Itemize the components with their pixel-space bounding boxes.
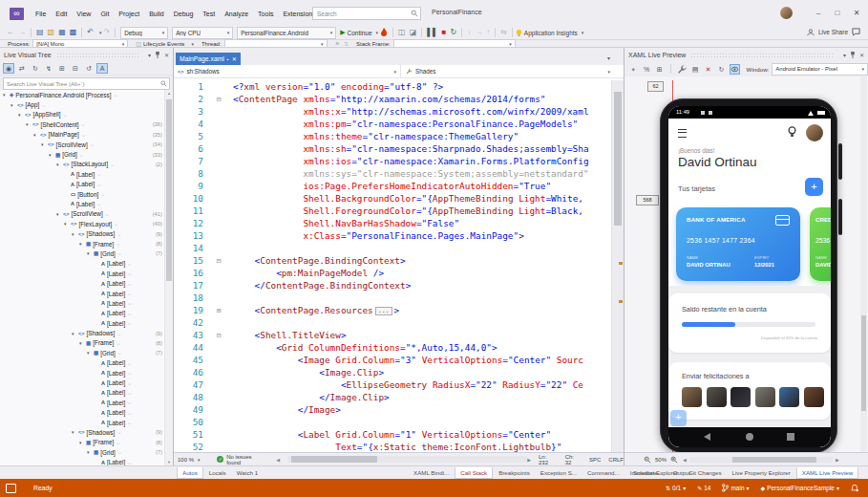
collapse-all-icon[interactable]: ⊟ xyxy=(70,63,81,74)
tree-row[interactable]: A[Label]⇔ xyxy=(0,309,165,318)
tree-row[interactable]: ▾▣[Frame]⇔(8) xyxy=(0,438,165,447)
canvas-scrollbar[interactable] xyxy=(860,76,867,453)
text-filter-icon[interactable]: A xyxy=(96,63,108,74)
scrollbar-thumb[interactable] xyxy=(166,99,172,281)
zoom-out-icon[interactable] xyxy=(644,456,651,464)
refresh-icon[interactable]: ↻ xyxy=(30,63,41,74)
code-line[interactable]: 9 ios:Page.PrefersHomeIndicatorAutoHidde… xyxy=(174,180,612,192)
tree-row[interactable]: A[Label]⇔ xyxy=(0,289,165,298)
tree-row[interactable]: A[Label]⇔ xyxy=(0,418,165,427)
solution-platform-dropdown[interactable]: Any CPU▾ xyxy=(172,27,233,39)
contact-avatar[interactable] xyxy=(707,387,727,407)
menu-debug[interactable]: Debug xyxy=(169,8,199,21)
tree-row[interactable]: ▾<>[FlexLayout]⇔(40) xyxy=(0,219,165,228)
code-line[interactable]: 44 <Grid ColumnDefinitions="*,Auto,15,44… xyxy=(174,341,612,354)
code-line[interactable]: 11 Shell.ForegroundColor="{AppThemeBindi… xyxy=(174,205,612,217)
tree-row[interactable]: ▾▣[Frame]⇔(8) xyxy=(0,338,165,348)
code-line[interactable]: 5 xmlns:theme="clr-namespace:ThemeGaller… xyxy=(174,130,612,142)
code-line[interactable]: 19⊞ <ContentPage.Resources...> xyxy=(174,304,612,316)
redo-icon[interactable]: ↷ xyxy=(103,27,110,38)
profile-avatar[interactable] xyxy=(806,124,823,141)
tab-exception-s[interactable]: Exception S... xyxy=(536,467,582,479)
drag-grip[interactable] xyxy=(690,53,835,57)
tree-row[interactable]: A[Label]⇔ xyxy=(0,318,165,328)
refresh-icon[interactable]: ↻ xyxy=(716,64,727,75)
tree-row[interactable]: A[Label]⇔ xyxy=(0,278,165,288)
tree-row[interactable]: A[Label]⇔ xyxy=(0,199,165,208)
code-line[interactable]: 1<?xml version="1.0" encoding="utf-8" ?> xyxy=(174,80,612,93)
window-position-caret-icon[interactable]: ▾ xyxy=(148,52,151,58)
tree-row[interactable]: A[Label]⇔ xyxy=(0,398,165,407)
code-line[interactable]: 51 <Label Grid.Column="1" VerticalOption… xyxy=(174,428,612,441)
code-line[interactable]: 14 xyxy=(174,242,612,254)
scroll-up-icon[interactable]: ▲ xyxy=(165,91,173,96)
code-line[interactable]: 43⊟ <Shell.TitleView> xyxy=(174,329,612,341)
code-area[interactable]: 1<?xml version="1.0" encoding="utf-8" ?>… xyxy=(174,80,612,453)
add-card-button[interactable]: + xyxy=(805,178,823,196)
editor-zoom-dropdown[interactable]: 100 % ▾ xyxy=(174,457,209,463)
account-avatar[interactable] xyxy=(780,7,793,19)
window-position-caret-icon[interactable]: ▾ xyxy=(843,52,846,58)
tab-breakpoints[interactable]: Breakpoints xyxy=(494,467,535,479)
close-panel-icon[interactable]: ✕ xyxy=(859,52,864,58)
expander-icon[interactable]: ▾ xyxy=(11,102,17,108)
repository-button[interactable]: ◆PersonalFinanceSample▾ xyxy=(761,485,839,491)
code-line[interactable]: 42 xyxy=(174,316,612,329)
menu-edit[interactable]: Edit xyxy=(51,8,72,21)
process-dropdown[interactable]: [N/A] Mono▾ xyxy=(32,39,128,48)
lightbulb-icon[interactable] xyxy=(788,126,796,138)
expander-icon[interactable]: ▾ xyxy=(33,132,40,138)
fold-marker-icon[interactable]: ⊟ xyxy=(203,96,233,103)
contact-avatar[interactable] xyxy=(682,387,702,407)
search-input[interactable]: Search xyxy=(312,7,421,20)
contact-avatar[interactable] xyxy=(755,387,775,407)
tree-row[interactable]: ▾<>[App]⇔ xyxy=(0,99,165,109)
tab-solution-explorer[interactable]: Solution Explorer xyxy=(628,467,683,479)
zoom-level[interactable]: 50% xyxy=(655,457,667,463)
tab-live-property-explorer[interactable]: Live Property Explorer xyxy=(728,467,795,479)
hscroll-left-icon[interactable]: ◀ xyxy=(683,457,687,463)
code-line[interactable]: 45 <Image Grid.Column="3" VerticalOption… xyxy=(174,354,612,366)
close-button[interactable]: ✕ xyxy=(849,6,864,20)
code-line[interactable]: 17 </ContentPage.BindingContext> xyxy=(174,279,612,292)
hscroll-left-icon[interactable]: ◀ xyxy=(276,457,280,463)
code-line[interactable]: 10 Shell.BackgroundColor="{AppThemeBindi… xyxy=(174,192,612,205)
live-share-button[interactable]: Live Share xyxy=(818,29,848,35)
application-insights-button[interactable]: Application Insights xyxy=(524,30,578,36)
send-congrats-card[interactable]: Enviar felicitaciones a xyxy=(668,362,831,420)
expander-icon[interactable]: ▾ xyxy=(64,221,71,227)
git-branch-button[interactable]: main▾ xyxy=(722,484,749,492)
preview-hscrollbar[interactable] xyxy=(689,457,833,463)
tab-command[interactable]: Command... xyxy=(582,467,625,479)
expander-icon[interactable]: ▾ xyxy=(26,121,32,127)
scrollbar-thumb[interactable] xyxy=(732,457,816,463)
close-tab-icon[interactable]: ✕ xyxy=(232,55,237,62)
contact-avatar[interactable] xyxy=(804,387,824,407)
tab-locals[interactable]: Locals xyxy=(204,467,231,479)
android-back-icon[interactable] xyxy=(704,433,710,441)
code-line[interactable]: 49 </Image> xyxy=(174,403,612,416)
scrollbar-thumb[interactable] xyxy=(291,456,377,463)
navigate-forward-icon[interactable]: → xyxy=(18,27,26,38)
code-line[interactable]: 16 <pm:MainPageModel /> xyxy=(174,267,612,279)
wrench-icon[interactable] xyxy=(677,64,688,75)
minimize-button[interactable]: – xyxy=(811,6,826,20)
expander-icon[interactable]: ▾ xyxy=(87,250,94,256)
tree-row[interactable]: A[Label]⇔ xyxy=(0,180,165,189)
tree-row[interactable]: ▾▦[Grid]⇔(7) xyxy=(0,447,165,457)
code-line[interactable]: 3 xmlns:x="http://schemas.microsoft.com/… xyxy=(174,105,612,118)
editor-scrollbar[interactable] xyxy=(611,80,624,453)
menu-test[interactable]: Test xyxy=(198,8,220,21)
pending-edits-button[interactable]: ✎14 xyxy=(697,485,710,491)
tree-row[interactable]: A[Label]⇔ xyxy=(0,388,165,398)
tree-row[interactable]: A[Label]⇔ xyxy=(0,169,165,179)
continue-caret-icon[interactable]: ▾ xyxy=(376,30,379,35)
expander-icon[interactable]: ▾ xyxy=(72,331,78,336)
credit-card-green[interactable]: CRED 2536 NAME DAVID xyxy=(810,207,831,281)
thread-dropdown[interactable]: ▾ xyxy=(224,39,328,48)
step-over-icon[interactable]: → xyxy=(475,27,482,38)
startup-project-dropdown[interactable]: PersonalFinance.Android▾ xyxy=(237,27,336,39)
close-preview-icon[interactable]: ✕ xyxy=(703,64,713,75)
code-line[interactable]: 13 x:Class="PersonalFinance.Pages.MainPa… xyxy=(174,229,612,242)
code-line[interactable]: 6 xmlns:sh="clr-namespace:Sharpnado.Shad… xyxy=(174,142,612,155)
